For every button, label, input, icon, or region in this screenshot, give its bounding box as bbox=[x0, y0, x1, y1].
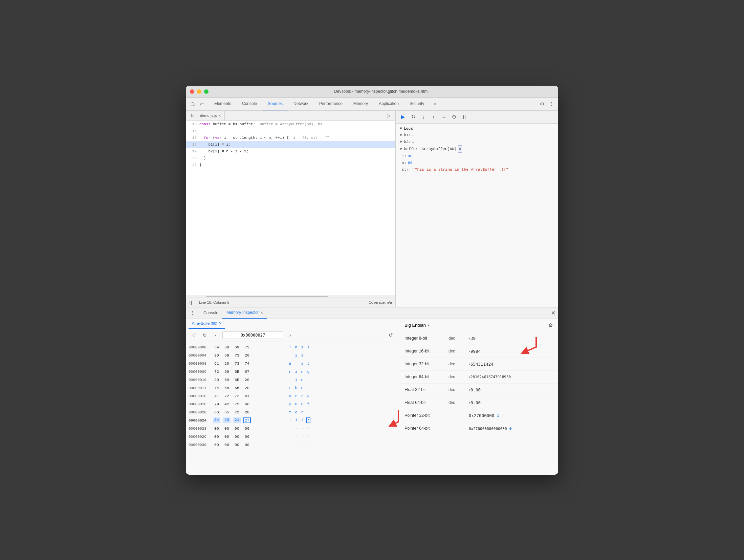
bottom-panel-close[interactable]: ✕ bbox=[551, 310, 555, 316]
arraybuffer-label: ArrayBuffer(60) bbox=[192, 321, 217, 325]
settings-icon[interactable]: ⚙ bbox=[538, 100, 546, 108]
tab-memory[interactable]: Memory bbox=[348, 98, 373, 110]
more-tabs-icon[interactable]: » bbox=[431, 100, 439, 108]
undo-btn[interactable]: ↺ bbox=[190, 331, 198, 339]
maximize-button[interactable] bbox=[204, 89, 209, 94]
var-buffer-row[interactable]: ▶ buffer: ArrayBuffer(60) ⊞ bbox=[399, 145, 555, 153]
file-tab-close[interactable]: ✕ bbox=[218, 114, 221, 117]
horizontal-scrollbar[interactable] bbox=[186, 295, 395, 298]
step-btn[interactable]: → bbox=[440, 113, 448, 121]
redo-btn[interactable]: ↻ bbox=[201, 331, 209, 339]
hex-addr-20: 00000020 bbox=[189, 410, 213, 414]
hex-chars-20: f e r bbox=[288, 410, 310, 414]
hex-bytes-2c: 00 00 00 00 bbox=[213, 434, 284, 439]
hex-addr-4: 00000004 bbox=[189, 353, 213, 358]
hex-row-4: 00000004 20 69 73 20 i s bbox=[186, 351, 399, 360]
bottom-tab-icons: ⋮ bbox=[189, 309, 197, 317]
hex-row-14: 00000014 74 68 65 20 t h e bbox=[186, 384, 399, 392]
tab-elements[interactable]: Elements bbox=[209, 98, 237, 110]
ptr64-link[interactable]: ⊙ bbox=[509, 426, 512, 431]
file-format-icon[interactable]: ▷ bbox=[385, 111, 393, 120]
val-format-int8: dec bbox=[448, 336, 469, 341]
execute-icon[interactable]: ▷ bbox=[385, 111, 393, 120]
memory-inspector-close-icon[interactable]: ✕ bbox=[260, 311, 263, 315]
tab-sources[interactable]: Sources bbox=[262, 98, 288, 110]
close-button[interactable] bbox=[190, 89, 194, 94]
hex-bytes-14: 74 68 65 20 bbox=[213, 386, 284, 390]
val-type-int64: Integer 64-bit bbox=[404, 374, 448, 379]
window-title: DevTools - memory-inspector.glitch.me/de… bbox=[209, 89, 554, 94]
step-out-btn[interactable]: ↑ bbox=[430, 113, 438, 121]
hex-addr-10: 00000010 bbox=[189, 378, 213, 382]
toolbar-icons: ⬡ ▭ bbox=[189, 100, 206, 108]
hex-bytes-8: 61 20 73 74 bbox=[213, 361, 284, 366]
value-settings-icon[interactable]: ⚙ bbox=[548, 322, 553, 328]
val-format-float64: dec bbox=[448, 400, 469, 405]
val-format-int64: dec bbox=[448, 374, 469, 379]
hex-row-8: 00000008 61 20 73 74 a s bbox=[186, 360, 399, 368]
tab-performance[interactable]: Performance bbox=[314, 98, 348, 110]
value-row-int16: Integer 16-bit dec ▾ 9984 bbox=[399, 345, 558, 358]
endian-dropdown-icon[interactable]: ▾ bbox=[428, 323, 430, 327]
big-endian-label: Big Endian bbox=[404, 323, 426, 328]
tab-console[interactable]: Console bbox=[237, 98, 262, 110]
code-line-19: 19 b2[i] = n - i - 1; bbox=[186, 148, 395, 155]
var-b1-row[interactable]: ▶ b1: … bbox=[399, 132, 555, 138]
minimize-button[interactable] bbox=[197, 89, 201, 94]
address-input[interactable] bbox=[222, 331, 283, 339]
step-over-btn[interactable]: ↻ bbox=[409, 113, 417, 121]
hex-bytes-30: 00 00 00 00 bbox=[213, 443, 284, 447]
bottom-section: ⋮ Console Memory Inspector ✕ ✕ ArrayBuff… bbox=[186, 307, 558, 475]
hex-bytes-18: 41 72 72 61 bbox=[213, 394, 284, 398]
step-into-btn[interactable]: ↓ bbox=[419, 113, 428, 121]
value-row-int64: Integer 64-bit dec ▾ 281024616747918950 bbox=[399, 371, 558, 384]
var-b2-row[interactable]: ▶ b2: … bbox=[399, 138, 555, 145]
bottom-menu-icon[interactable]: ⋮ bbox=[189, 309, 197, 317]
hex-nav: ↺ ↻ ‹ › ↺ bbox=[186, 329, 399, 342]
hex-row-18: 00000018 41 72 72 61 A r r bbox=[186, 392, 399, 400]
cursor-icon[interactable]: ⬡ bbox=[189, 100, 197, 108]
val-type-int8: Integer 8-bit bbox=[404, 336, 448, 341]
device-icon[interactable]: ▭ bbox=[198, 100, 206, 108]
deactivate-btn[interactable]: ⊝ bbox=[450, 113, 458, 121]
pause-btn[interactable]: ⏸ bbox=[460, 113, 468, 121]
var-i-row: i: 40 bbox=[399, 153, 555, 159]
val-type-int16: Integer 16-bit bbox=[404, 349, 448, 353]
prev-address-btn[interactable]: ‹ bbox=[212, 331, 220, 339]
hex-addr-8: 00000008 bbox=[189, 362, 213, 366]
tab-security[interactable]: Security bbox=[404, 98, 430, 110]
arraybuffer-close-icon[interactable]: ✕ bbox=[219, 321, 222, 326]
top-toolbar: ⬡ ▭ Elements Console Sources Network Per… bbox=[186, 98, 558, 111]
arraybuffer-tab[interactable]: ArrayBuffer(60) ✕ bbox=[189, 319, 225, 329]
tab-application[interactable]: Application bbox=[373, 98, 404, 110]
titlebar: DevTools - memory-inspector.glitch.me/de… bbox=[186, 86, 558, 98]
code-line-15: 15 const buffer = b1.buffer; buffer = Ar… bbox=[186, 121, 395, 128]
file-tab-label: demo-js.js bbox=[200, 113, 217, 117]
coverage-status: Coverage: n/a bbox=[369, 300, 392, 304]
resume-btn[interactable]: ▶ bbox=[399, 113, 407, 121]
hex-addr-24: 00000024 bbox=[189, 418, 213, 423]
tab-network[interactable]: Network bbox=[288, 98, 314, 110]
more-options-icon[interactable]: ⋮ bbox=[547, 100, 555, 108]
devtools-body: ⬡ ▭ Elements Console Sources Network Per… bbox=[186, 98, 558, 475]
ptr32-link[interactable]: ⊙ bbox=[497, 413, 500, 418]
val-value-int64: 281024616747918950 bbox=[471, 375, 553, 379]
val-type-ptr32: Pointer 32-bit bbox=[404, 413, 448, 418]
hex-row-28: 00000028 00 00 00 00 · · · bbox=[186, 425, 399, 433]
hex-chars-0: T h i s bbox=[288, 345, 310, 349]
btab-console[interactable]: Console bbox=[199, 307, 222, 319]
val-value-float64: 0.00 bbox=[471, 400, 553, 405]
hex-chars-28: · · · · bbox=[288, 426, 310, 431]
file-tab-demo-js[interactable]: demo-js.js ✕ bbox=[197, 110, 225, 121]
hex-row-20: 00000020 66 65 72 20 f e r bbox=[186, 408, 399, 416]
hex-chars-30: · · · · bbox=[288, 443, 310, 447]
next-address-btn[interactable]: › bbox=[286, 331, 294, 339]
hex-chars-2c: · · · · bbox=[288, 434, 310, 439]
memory-icon: ⊞ bbox=[458, 145, 462, 153]
val-value-int32: 654311424 bbox=[471, 362, 553, 367]
run-icon[interactable]: ▷ bbox=[189, 111, 197, 120]
val-value-ptr64: 0x270000000000000 ⊙ bbox=[469, 426, 553, 431]
refresh-btn[interactable]: ↺ bbox=[387, 331, 395, 339]
btab-memory-inspector[interactable]: Memory Inspector ✕ bbox=[222, 307, 267, 319]
hex-chars-c: r i n g bbox=[288, 369, 310, 374]
